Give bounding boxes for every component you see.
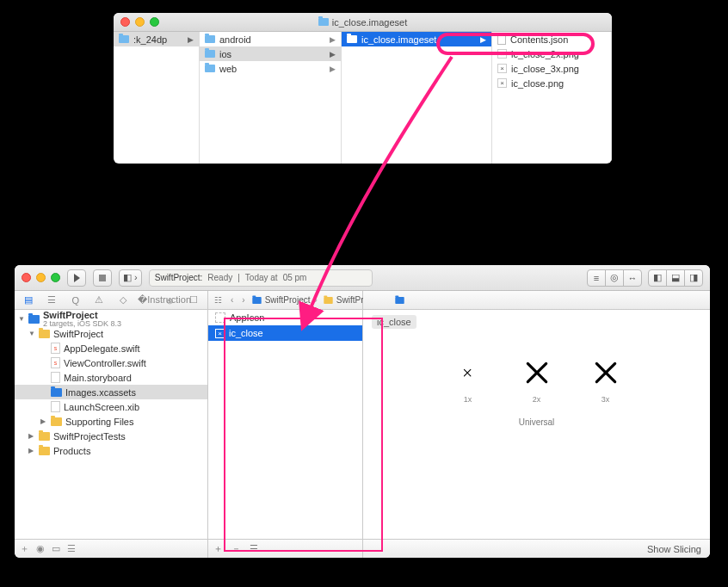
symbol-navigator-tab[interactable]: ☰ xyxy=(43,294,60,306)
disclosure-triangle[interactable]: ▶ xyxy=(28,432,35,440)
version-editor-button[interactable]: ↔ xyxy=(623,269,642,287)
breakpoint-navigator-tab[interactable]: ⎋ xyxy=(162,295,179,306)
window-controls xyxy=(22,273,60,282)
finder-item[interactable]: ios▶ xyxy=(200,46,341,61)
navigator-item[interactable]: ▶Products xyxy=(15,443,207,458)
folder-icon xyxy=(347,35,357,43)
report-navigator-tab[interactable]: ☐ xyxy=(185,294,202,306)
navigator-item-label: Images.xcassets xyxy=(65,387,136,398)
finder-item-label: android xyxy=(219,34,251,45)
minimize-window-button[interactable] xyxy=(135,17,145,27)
navigator-item[interactable]: ▼SwiftProject xyxy=(15,326,207,341)
close-window-button[interactable] xyxy=(22,273,31,282)
image-slot[interactable]: 3x xyxy=(589,355,623,404)
asset-detail-body: ic_close 1x2x3x Universal xyxy=(363,310,710,539)
stop-button[interactable] xyxy=(93,269,112,287)
storyboard-file-icon xyxy=(51,372,60,383)
project-icon xyxy=(395,297,404,304)
finder-item[interactable]: ×ic_close.png xyxy=(492,76,611,90)
issue-navigator-tab[interactable]: ⚠ xyxy=(90,294,108,306)
status-time: 05 pm xyxy=(283,273,307,282)
close-icon xyxy=(463,368,472,377)
toggle-utilities-button[interactable]: ◨ xyxy=(684,269,703,287)
filter-recent-button[interactable]: ◉ xyxy=(36,543,45,554)
add-asset-button[interactable]: ＋ xyxy=(213,542,223,555)
navigator-item[interactable]: sAppDelegate.swift xyxy=(15,341,207,355)
project-navigator-tab[interactable]: ▤ xyxy=(20,294,37,306)
detail-jump-bar xyxy=(363,291,710,310)
navigator-item[interactable]: sViewController.swift xyxy=(15,355,207,370)
storyboard-file-icon xyxy=(51,401,60,412)
project-icon xyxy=(28,315,40,324)
image-slot[interactable]: 1x xyxy=(451,355,485,404)
navigator-item-label: ViewController.swift xyxy=(64,358,146,368)
finder-item[interactable]: :k_24dp▶ xyxy=(114,32,199,46)
disclosure-triangle[interactable]: ▼ xyxy=(28,330,35,337)
close-window-button[interactable] xyxy=(120,17,130,27)
finder-item[interactable]: android▶ xyxy=(200,32,341,46)
annotation-box-destination xyxy=(224,318,383,552)
image-slot[interactable]: 2x xyxy=(520,355,554,404)
image-slots: 1x2x3x xyxy=(379,355,694,404)
assistant-editor-button[interactable]: ◎ xyxy=(605,269,624,287)
navigator-selector-bar: ▤ ☰ Q ⚠ ◇ �Instruction ⎋ ☐ xyxy=(15,291,207,310)
navigator-item[interactable]: ▶SwiftProjectTests xyxy=(15,429,207,443)
image-well[interactable] xyxy=(589,355,623,390)
navigator-item-label: SwiftProjectTests xyxy=(53,431,126,442)
toggle-navigator-button[interactable]: ◧ xyxy=(648,269,667,287)
zoom-window-button[interactable] xyxy=(51,273,60,282)
back-button[interactable]: ‹ xyxy=(228,295,236,305)
group-folder-icon xyxy=(51,417,62,426)
window-controls xyxy=(120,17,159,27)
navigator-item[interactable]: Main.storyboard xyxy=(15,370,207,385)
project-icon xyxy=(252,297,261,304)
project-subtitle: 2 targets, iOS SDK 8.3 xyxy=(43,320,121,328)
filter-scm-button[interactable]: ▭ xyxy=(52,543,60,554)
image-file-icon: × xyxy=(497,78,507,88)
image-well[interactable] xyxy=(451,355,485,390)
project-root[interactable]: ▼ SwiftProject 2 targets, iOS SDK 8.3 xyxy=(15,312,207,326)
project-name: SwiftProject xyxy=(43,311,121,320)
run-button[interactable] xyxy=(67,269,86,287)
chevron-right-icon: ▶ xyxy=(330,50,336,59)
filter-field-icon[interactable]: ☰ xyxy=(67,543,76,554)
project-navigator-tree[interactable]: ▼ SwiftProject 2 targets, iOS SDK 8.3 ▼S… xyxy=(15,310,207,539)
group-folder-icon xyxy=(39,330,50,338)
editor-mode-segmented: ≡ ◎ ↔ xyxy=(588,269,642,287)
navigator-item-label: AppDelegate.swift xyxy=(64,343,140,354)
jump-bar[interactable]: ☷ ‹ › SwiftProjectSwiftProjectImages.xca… xyxy=(208,291,362,310)
annotation-oval-source xyxy=(436,33,595,55)
scheme-selector[interactable]: ◧ › xyxy=(119,269,142,287)
navigator-item[interactable]: LaunchScreen.xib xyxy=(15,399,207,414)
find-navigator-tab[interactable]: Q xyxy=(67,295,84,306)
finder-item-label: ic_close.png xyxy=(511,78,564,89)
finder-column-1[interactable]: android▶ios▶web▶ xyxy=(200,32,342,164)
swift-file-icon: s xyxy=(51,357,60,368)
show-slicing-button[interactable]: Show Slicing xyxy=(647,544,701,554)
test-navigator-tab[interactable]: ◇ xyxy=(114,294,132,306)
breadcrumb-segment[interactable]: SwiftProject xyxy=(251,295,319,305)
add-button[interactable]: ＋ xyxy=(20,542,29,555)
image-well[interactable] xyxy=(520,355,554,390)
standard-editor-button[interactable]: ≡ xyxy=(587,269,606,287)
group-folder-icon xyxy=(39,447,50,455)
asset-catalog-icon xyxy=(51,388,62,397)
zoom-window-button[interactable] xyxy=(150,17,159,27)
finder-item[interactable]: ×ic_close_3x.png xyxy=(492,61,611,76)
disclosure-triangle[interactable]: ▶ xyxy=(28,447,35,454)
close-icon xyxy=(592,359,620,386)
disclosure-triangle[interactable]: ▶ xyxy=(40,417,47,425)
forward-button[interactable]: › xyxy=(239,295,247,305)
minimize-window-button[interactable] xyxy=(36,273,46,282)
toggle-debug-button[interactable]: ⬓ xyxy=(666,269,685,287)
navigator-item[interactable]: Images.xcassets xyxy=(15,385,207,399)
slot-scale-label: 1x xyxy=(451,395,485,404)
navigator-item[interactable]: ▶Supporting Files xyxy=(15,414,207,429)
chevron-right-icon: ▶ xyxy=(188,35,194,44)
panel-visibility-segmented: ◧ ⬓ ◨ xyxy=(649,269,703,287)
finder-column-0[interactable]: :k_24dp▶ xyxy=(114,32,200,164)
slot-scale-label: 2x xyxy=(520,395,554,404)
debug-navigator-tab[interactable]: �Instruction xyxy=(138,294,155,306)
finder-item[interactable]: web▶ xyxy=(200,61,341,76)
related-items-button[interactable]: ☷ xyxy=(212,295,225,305)
